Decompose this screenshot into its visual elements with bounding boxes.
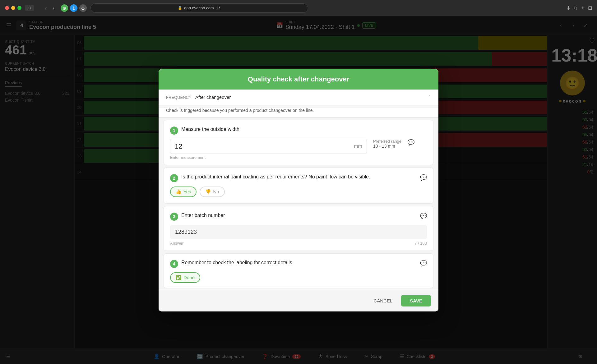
- pref-range-value: 10 - 13 mm: [373, 144, 395, 149]
- comment-icon-2[interactable]: 💬: [420, 174, 427, 181]
- forward-button[interactable]: ›: [50, 5, 57, 12]
- back-button[interactable]: ‹: [43, 5, 49, 12]
- yes-label: Yes: [183, 189, 191, 194]
- frequency-info: FREQUENCY After changeover: [166, 94, 231, 100]
- question-2-card: 2 Is the product internal paint coating …: [164, 168, 433, 204]
- question-3-card: 3 Enter batch number 💬 1289123 Answer 7 …: [164, 206, 433, 251]
- frequency-value: After changeover: [195, 94, 231, 100]
- measurement-input[interactable]: 12 mm: [170, 139, 367, 154]
- batch-input[interactable]: 1289123: [170, 225, 427, 239]
- ext-icon-1[interactable]: ⊕: [61, 4, 68, 12]
- question-2-header: 2 Is the product internal paint coating …: [170, 174, 427, 182]
- nav-buttons: ‹ ›: [43, 5, 57, 12]
- check-icon: ✅: [176, 275, 182, 280]
- refresh-icon[interactable]: ↺: [217, 6, 221, 11]
- question-4-text: Remember to check the labeling for corre…: [181, 260, 417, 265]
- add-tab-icon[interactable]: ＋: [580, 5, 585, 11]
- maximize-button[interactable]: [17, 6, 21, 10]
- answer-label: Answer: [170, 241, 183, 246]
- modal-overlay: Quality check after changeover FREQUENCY…: [0, 16, 597, 364]
- question-2-text: Is the product internal paint coating as…: [181, 174, 417, 180]
- share-icon[interactable]: ⎙: [574, 5, 577, 11]
- comment-icon-4[interactable]: 💬: [420, 260, 427, 267]
- yes-button[interactable]: 👍 Yes: [170, 187, 197, 197]
- question-1-card: 1 Measure the outside width 12 mm Enter …: [164, 120, 433, 165]
- question-1-text: Measure the outside width: [181, 127, 427, 132]
- save-button[interactable]: SAVE: [401, 295, 431, 306]
- comment-icon-3[interactable]: 💬: [420, 213, 427, 219]
- ext-icon-2[interactable]: ℹ: [70, 4, 77, 12]
- pref-range-label: Preferred range 10 - 13 mm: [373, 139, 401, 149]
- frequency-bar[interactable]: FREQUENCY After changeover ˅: [159, 90, 438, 105]
- preferred-range: Preferred range 10 - 13 mm: [373, 139, 401, 149]
- measurement-value: 12: [175, 142, 182, 150]
- modal-footer: CANCEL SAVE: [159, 290, 438, 311]
- question-3-header: 3 Enter batch number 💬: [170, 213, 427, 221]
- ext-icon-3[interactable]: ⊙: [79, 4, 87, 12]
- titlebar: ⊟ ‹ › ⊕ ℹ ⊙ 🔒 app.evocon.com ↺ ⬇ ⎙ ＋ ⊞: [0, 0, 597, 16]
- thumbs-down-icon: 👎: [205, 189, 211, 195]
- modal-body: FREQUENCY After changeover ˅ Check is tr…: [159, 90, 438, 290]
- minimize-button[interactable]: [11, 6, 15, 10]
- modal-header: Quality check after changeover: [159, 69, 438, 90]
- lock-icon: 🔒: [178, 6, 182, 10]
- question-4-card: 4 Remember to check the labeling for cor…: [164, 253, 433, 288]
- frequency-description: Check is triggered because you performed…: [159, 108, 438, 117]
- thumbs-up-icon: 👍: [176, 189, 182, 195]
- download-icon[interactable]: ⬇: [567, 5, 571, 11]
- question-3-number: 3: [170, 213, 178, 221]
- char-count: 7 / 100: [414, 241, 427, 246]
- url-bar[interactable]: 🔒 app.evocon.com ↺: [90, 3, 308, 13]
- measurement-label: Enter measurement: [170, 155, 367, 160]
- no-label: No: [213, 189, 219, 194]
- url-text: app.evocon.com: [184, 6, 214, 10]
- question-4-header: 4 Remember to check the labeling for cor…: [170, 260, 427, 268]
- batch-meta: Answer 7 / 100: [170, 241, 427, 246]
- done-button[interactable]: ✅ Done: [170, 272, 200, 283]
- done-label: Done: [183, 275, 195, 280]
- measurement-unit: mm: [354, 144, 362, 149]
- question-4-number: 4: [170, 260, 178, 268]
- titlebar-right-actions: ⬇ ⎙ ＋ ⊞: [567, 5, 592, 11]
- comment-icon-1[interactable]: 💬: [408, 139, 414, 146]
- yes-no-row: 👍 Yes 👎 No: [170, 187, 427, 197]
- grid-icon[interactable]: ⊞: [588, 5, 592, 11]
- chevron-down-icon: ˅: [428, 94, 431, 101]
- traffic-lights: [5, 6, 21, 10]
- question-2-number: 2: [170, 174, 178, 182]
- pref-range-heading: Preferred range: [373, 139, 401, 144]
- modal: Quality check after changeover FREQUENCY…: [159, 69, 438, 311]
- close-button[interactable]: [5, 6, 9, 10]
- question-1-number: 1: [170, 127, 178, 135]
- question-1-header: 1 Measure the outside width: [170, 127, 427, 135]
- window-layout-button[interactable]: ⊟: [25, 5, 34, 11]
- batch-value: 1289123: [175, 229, 197, 235]
- no-button[interactable]: 👎 No: [200, 187, 224, 197]
- question-3-text: Enter batch number: [181, 213, 417, 218]
- modal-title: Quality check after changeover: [166, 75, 431, 83]
- extension-icons: ⊕ ℹ ⊙: [61, 4, 87, 12]
- frequency-label: FREQUENCY: [166, 95, 192, 100]
- cancel-button[interactable]: CANCEL: [368, 295, 397, 306]
